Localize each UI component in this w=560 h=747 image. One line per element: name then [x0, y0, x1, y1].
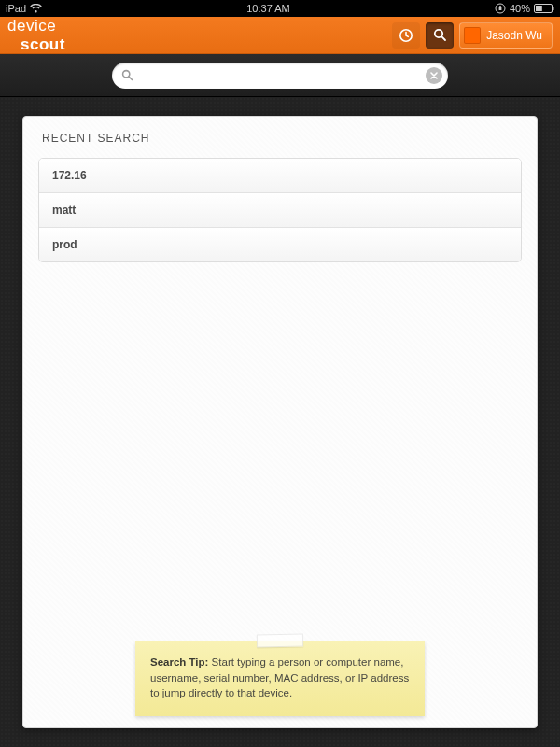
search-icon: [121, 69, 133, 81]
svg-rect-2: [536, 6, 542, 11]
search-bar-row: [0, 54, 560, 97]
history-button[interactable]: [392, 22, 420, 49]
user-name-label: Jasodn Wu: [486, 29, 542, 42]
device-label: iPad: [6, 3, 26, 14]
orientation-lock-icon: [495, 3, 506, 14]
recent-search-item[interactable]: matt: [39, 193, 521, 228]
battery-percent: 40%: [510, 3, 530, 14]
section-title: RECENT SEARCH: [38, 132, 522, 145]
search-input[interactable]: [133, 63, 426, 89]
avatar: [464, 27, 481, 44]
svg-line-8: [129, 77, 133, 80]
status-right: 40%: [495, 3, 554, 14]
search-tab-button[interactable]: [426, 22, 454, 49]
brand-text-light: device: [7, 17, 56, 35]
search-tip-note: Search Tip: Start typing a person or com…: [135, 641, 425, 716]
battery-icon: [534, 4, 554, 13]
tip-label: Search Tip:: [150, 656, 208, 668]
search-field-container: [112, 63, 448, 89]
clear-search-button[interactable]: [426, 67, 442, 84]
status-time: 10:37 AM: [246, 3, 289, 14]
clock-icon: [399, 28, 413, 43]
status-left: iPad: [6, 3, 42, 14]
wifi-icon: [30, 4, 42, 13]
close-icon: [430, 72, 438, 79]
recent-search-list: 172.16 matt prod: [38, 158, 522, 262]
recent-search-item[interactable]: prod: [39, 228, 521, 261]
user-menu[interactable]: Jasodn Wu: [459, 22, 553, 49]
brand-logo: device scout: [7, 17, 65, 54]
brand-text-bold: scout: [21, 35, 65, 53]
recent-search-item[interactable]: 172.16: [39, 159, 521, 193]
svg-rect-3: [553, 7, 554, 10]
search-icon: [433, 28, 447, 42]
recent-search-panel: RECENT SEARCH 172.16 matt prod Search Ti…: [22, 116, 538, 728]
header-actions: Jasodn Wu: [392, 22, 553, 49]
tape-decoration: [257, 634, 303, 648]
svg-line-6: [441, 36, 445, 40]
tip-body: Search Tip: Start typing a person or com…: [135, 641, 425, 716]
app-header: device scout Jasodn Wu: [0, 17, 560, 54]
status-bar: iPad 10:37 AM 40%: [0, 0, 560, 17]
main-stage: RECENT SEARCH 172.16 matt prod Search Ti…: [0, 97, 560, 747]
